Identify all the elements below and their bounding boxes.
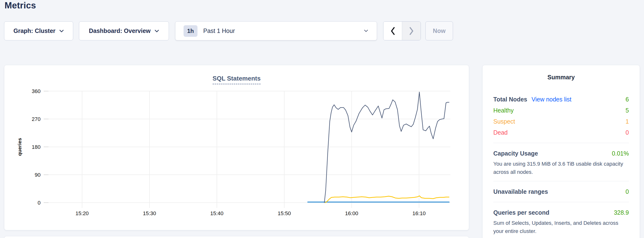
queries-per-second-row: Queries per second 328.9 bbox=[493, 207, 629, 218]
graph-dropdown-label: Graph: Cluster bbox=[14, 27, 56, 34]
time-range-label: Past 1 Hour bbox=[203, 27, 235, 34]
chevron-down-icon bbox=[154, 30, 159, 33]
svg-text:180: 180 bbox=[32, 144, 40, 150]
suspect-label: Suspect bbox=[493, 116, 515, 127]
dashboard-dropdown[interactable]: Dashboard: Overview bbox=[79, 21, 169, 40]
svg-text:360: 360 bbox=[32, 88, 40, 94]
svg-text:270: 270 bbox=[32, 116, 40, 122]
chevron-down-icon bbox=[59, 30, 64, 33]
healthy-nodes-row: Healthy 5 bbox=[493, 105, 629, 116]
graph-dropdown[interactable]: Graph: Cluster bbox=[4, 21, 73, 40]
queries-per-second-value: 328.9 bbox=[614, 207, 629, 218]
time-pager bbox=[383, 21, 421, 40]
sql-statements-chart-card: SQL Statements queries 09018027036015:20… bbox=[4, 65, 469, 230]
total-nodes-value: 6 bbox=[626, 94, 629, 105]
time-range-badge: 1h bbox=[184, 25, 198, 37]
next-chart-card bbox=[4, 236, 469, 238]
unavailable-ranges-label: Unavailable ranges bbox=[493, 186, 548, 197]
capacity-usage-label: Capacity Usage bbox=[493, 148, 538, 159]
svg-text:16:00: 16:00 bbox=[345, 210, 358, 216]
svg-text:15:50: 15:50 bbox=[278, 210, 291, 216]
unavailable-ranges-row: Unavailable ranges 0 bbox=[493, 186, 629, 197]
dead-nodes-row: Dead 0 bbox=[493, 127, 629, 138]
divider bbox=[493, 181, 629, 181]
now-button[interactable]: Now bbox=[426, 21, 453, 40]
divider bbox=[493, 202, 629, 202]
queries-per-second-description: Sum of Selects, Updates, Inserts, and De… bbox=[493, 219, 629, 235]
dead-value: 0 bbox=[626, 127, 629, 138]
svg-text:0: 0 bbox=[38, 200, 40, 206]
svg-text:15:30: 15:30 bbox=[143, 210, 156, 216]
healthy-label: Healthy bbox=[493, 105, 514, 116]
divider bbox=[493, 143, 629, 143]
total-nodes-row: Total Nodes View nodes list 6 bbox=[493, 94, 629, 105]
page-title: Metrics bbox=[4, 1, 36, 11]
total-nodes-label: Total Nodes bbox=[493, 94, 527, 105]
view-nodes-list-link[interactable]: View nodes list bbox=[532, 94, 571, 105]
time-range-dropdown[interactable]: 1h Past 1 Hour bbox=[175, 21, 377, 40]
capacity-usage-description: You are using 315.9 MiB of 3.6 TiB usabl… bbox=[493, 160, 629, 176]
chevron-right-icon bbox=[409, 27, 414, 35]
queries-per-second-label: Queries per second bbox=[493, 207, 549, 218]
chevron-left-icon bbox=[390, 27, 395, 35]
chevron-down-icon bbox=[364, 30, 368, 32]
prev-time-button[interactable] bbox=[384, 22, 402, 40]
summary-title: Summary bbox=[493, 74, 629, 81]
healthy-value: 5 bbox=[626, 105, 629, 116]
suspect-value: 1 bbox=[626, 116, 629, 127]
svg-text:15:40: 15:40 bbox=[210, 210, 224, 216]
dashboard-dropdown-label: Dashboard: Overview bbox=[89, 27, 150, 34]
now-button-label: Now bbox=[433, 27, 446, 34]
summary-card: Summary Total Nodes View nodes list 6 He… bbox=[482, 65, 640, 238]
svg-text:16:10: 16:10 bbox=[412, 210, 426, 216]
svg-text:15:20: 15:20 bbox=[76, 210, 89, 216]
capacity-usage-value: 0.01% bbox=[612, 148, 629, 159]
capacity-usage-row: Capacity Usage 0.01% bbox=[493, 148, 629, 159]
unavailable-ranges-value: 0 bbox=[626, 186, 629, 197]
sql-statements-chart[interactable]: 09018027036015:2015:3015:4015:5016:0016:… bbox=[4, 65, 469, 230]
dead-label: Dead bbox=[493, 127, 508, 138]
next-time-button[interactable] bbox=[402, 22, 420, 40]
suspect-nodes-row: Suspect 1 bbox=[493, 116, 629, 127]
svg-text:90: 90 bbox=[35, 172, 40, 178]
